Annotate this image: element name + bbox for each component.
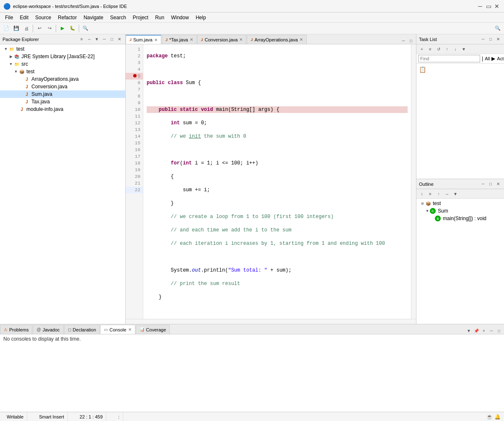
find-all-label[interactable]: All bbox=[485, 56, 490, 61]
menu-source[interactable]: Source bbox=[32, 14, 54, 21]
status-notif-icon[interactable]: 🔔 bbox=[494, 414, 501, 420]
view-menu-button[interactable]: ▼ bbox=[93, 36, 100, 43]
task-list-header: Task List ─ □ ✕ bbox=[416, 34, 504, 44]
tab-declaration[interactable]: ◻ Declaration bbox=[64, 325, 100, 334]
console-pin[interactable]: 📌 bbox=[473, 327, 480, 334]
outline-view-btn[interactable]: ▼ bbox=[452, 190, 459, 198]
outline-filter-btn[interactable]: ≡ bbox=[426, 190, 434, 198]
tab-conversion[interactable]: J Conversion.java ✕ bbox=[197, 35, 247, 44]
tab-close-conversion[interactable]: ✕ bbox=[239, 37, 243, 42]
menu-window[interactable]: Window bbox=[168, 14, 192, 21]
tab-close-arrayops[interactable]: ✕ bbox=[300, 37, 303, 42]
tree-item-src[interactable]: ▼ 📁 src bbox=[0, 60, 125, 68]
menu-file[interactable]: File bbox=[2, 14, 16, 21]
menu-refactor[interactable]: Refactor bbox=[54, 14, 80, 21]
save-button[interactable]: 💾 bbox=[12, 24, 21, 33]
title-bar: 🔵 eclipse-workspace - test/src/test/Sum.… bbox=[0, 0, 504, 13]
bottom-minimize[interactable]: ─ bbox=[488, 327, 495, 334]
task-minimize[interactable]: ─ bbox=[480, 36, 486, 43]
tree-item-test-package[interactable]: ▼ 📦 test bbox=[0, 68, 125, 75]
search-toolbar-button[interactable]: 🔍 bbox=[81, 24, 90, 33]
console-close[interactable]: ✕ bbox=[128, 327, 132, 332]
tab-arrayops[interactable]: J ArrayOperations.java ✕ bbox=[247, 35, 306, 44]
code-line-7: // we init the sum with 0 bbox=[147, 133, 408, 140]
editor-vscrollbar[interactable] bbox=[411, 44, 416, 319]
new-button[interactable]: 📄 bbox=[2, 24, 11, 33]
task-collapse-btn[interactable]: ↑ bbox=[443, 45, 451, 53]
tab-problems[interactable]: ⚠ Problems bbox=[0, 325, 32, 334]
editor-maximize[interactable]: □ bbox=[408, 37, 414, 44]
outline-collapse-btn[interactable]: ↑ bbox=[435, 190, 442, 198]
collapse-all-button[interactable]: ≡ bbox=[78, 36, 85, 43]
code-line-11: sum += i; bbox=[147, 187, 408, 193]
tab-close-tax[interactable]: ✕ bbox=[190, 37, 193, 42]
code-line-18: // print the sum result bbox=[147, 280, 408, 287]
expand-arrow: ▼ bbox=[8, 62, 13, 66]
outline-item-test[interactable]: ⊞ 📦 test bbox=[416, 200, 504, 207]
outline-link-btn[interactable]: ↔ bbox=[443, 190, 451, 198]
code-line-13: // we create a loop from 1 to 100 (first… bbox=[147, 213, 408, 220]
code-line-20 bbox=[147, 307, 408, 314]
close-panel-button[interactable]: ✕ bbox=[116, 36, 123, 43]
print-button[interactable]: 🖨 bbox=[22, 24, 31, 33]
minimize-button[interactable]: ─ bbox=[476, 3, 484, 10]
minimize-panel-button[interactable]: ─ bbox=[101, 36, 108, 43]
tree-item-tax[interactable]: J Tax.java bbox=[0, 98, 125, 105]
menu-run[interactable]: Run bbox=[152, 14, 168, 21]
outline-maximize[interactable]: □ bbox=[487, 181, 494, 187]
tree-item-conversion[interactable]: J Conversion.java bbox=[0, 83, 125, 90]
redo-button[interactable]: ↪ bbox=[45, 24, 54, 33]
console-new[interactable]: + bbox=[481, 327, 487, 334]
undo-button[interactable]: ↩ bbox=[35, 24, 44, 33]
tab-coverage[interactable]: 📊 Coverage bbox=[136, 325, 170, 334]
tab-console[interactable]: ▭ Console ✕ bbox=[100, 325, 135, 334]
outline-sort-btn[interactable]: ↕ bbox=[418, 190, 426, 198]
bottom-maximize[interactable]: □ bbox=[496, 327, 502, 334]
coverage-icon: 📊 bbox=[140, 327, 145, 332]
tree-item-moduleinfo[interactable]: J module-info.java bbox=[0, 105, 125, 113]
task-new-btn[interactable]: + bbox=[418, 45, 426, 53]
run-button[interactable]: ▶ bbox=[58, 24, 67, 33]
task-filter-btn[interactable]: ≡ bbox=[426, 45, 434, 53]
tree-item-test-project[interactable]: ▼ 📁 test bbox=[0, 45, 125, 53]
code-editor[interactable]: 1 2 3 4 5 6 7 8 9 10 11 12 13 bbox=[126, 44, 416, 324]
tree-item-arrayops[interactable]: J ArrayOperations.java bbox=[0, 75, 125, 83]
task-maximize[interactable]: □ bbox=[487, 36, 494, 43]
menu-search[interactable]: Search bbox=[107, 14, 129, 21]
maximize-panel-button[interactable]: □ bbox=[109, 36, 115, 43]
code-content[interactable]: package test; public class Sum { public … bbox=[143, 44, 411, 319]
task-find-input[interactable] bbox=[418, 55, 480, 62]
close-button[interactable]: ✕ bbox=[493, 3, 501, 10]
activate-label[interactable]: Activate... bbox=[497, 56, 504, 61]
tab-sum[interactable]: J Sum.java ✕ bbox=[126, 35, 161, 44]
outline-item-main[interactable]: S main(String[]) : void bbox=[416, 215, 504, 222]
console-message: No consoles to display at this time. bbox=[3, 336, 81, 342]
package-explorer-tree: ▼ 📁 test ▶ 📚 JRE System Library [JavaSE-… bbox=[0, 44, 125, 324]
tab-close-sum[interactable]: ✕ bbox=[154, 38, 158, 42]
code-line-12: } bbox=[147, 200, 408, 207]
outline-item-sum[interactable]: ▼ C Sum bbox=[416, 207, 504, 215]
menu-project[interactable]: Project bbox=[129, 14, 152, 21]
editor-hscrollbar[interactable] bbox=[126, 319, 416, 324]
tree-item-jre[interactable]: ▶ 📚 JRE System Library [JavaSE-22] bbox=[0, 53, 125, 60]
menu-navigate[interactable]: Navigate bbox=[80, 14, 106, 21]
console-run-dropdown[interactable]: ▼ bbox=[465, 327, 472, 334]
task-view-btn[interactable]: ▼ bbox=[460, 45, 468, 53]
editor-minimize[interactable]: ─ bbox=[400, 37, 407, 44]
status-java-icon[interactable]: ☕ bbox=[486, 414, 493, 420]
tab-javadoc[interactable]: @ Javadoc bbox=[33, 325, 63, 334]
tree-item-sum[interactable]: J Sum.java bbox=[0, 90, 125, 98]
menu-help[interactable]: Help bbox=[192, 14, 209, 21]
task-close[interactable]: ✕ bbox=[495, 36, 501, 43]
tab-tax[interactable]: J *Tax.java ✕ bbox=[162, 35, 197, 44]
task-sync-btn[interactable]: ↺ bbox=[435, 45, 442, 53]
debug-button[interactable]: 🐛 bbox=[68, 24, 77, 33]
task-collapse2-btn[interactable]: ↓ bbox=[452, 45, 459, 53]
maximize-button[interactable]: ▭ bbox=[485, 3, 492, 10]
tree-label: Tax.java bbox=[31, 99, 50, 105]
outline-close[interactable]: ✕ bbox=[495, 181, 501, 187]
outline-minimize[interactable]: ─ bbox=[480, 181, 486, 187]
menu-edit[interactable]: Edit bbox=[16, 14, 32, 21]
toolbar-search-icon[interactable]: 🔍 bbox=[493, 24, 502, 33]
link-with-editor-button[interactable]: ↔ bbox=[86, 36, 93, 43]
